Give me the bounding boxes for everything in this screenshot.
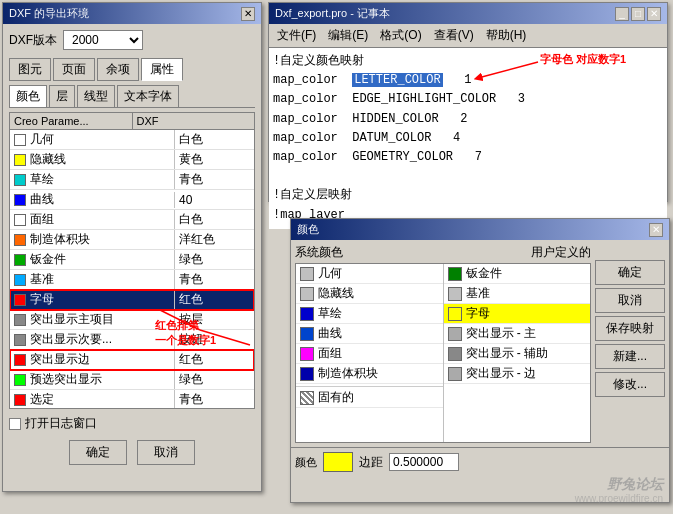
swatch-icon xyxy=(448,327,462,341)
table-row[interactable]: 曲线 40 xyxy=(10,190,254,210)
cancel-button[interactable]: 取消 xyxy=(137,440,195,465)
notepad-close[interactable]: ✕ xyxy=(647,7,661,21)
color-mapping-table[interactable]: 几何 白色 隐藏线 黄色 草绘 青色 曲线 40 面组 白色 xyxy=(9,129,255,409)
swatch-icon xyxy=(14,234,26,246)
swatch-icon xyxy=(300,367,314,381)
color-save-button[interactable]: 保存映射 xyxy=(595,316,665,341)
table-row[interactable]: 基准 青色 xyxy=(10,270,254,290)
menu-edit[interactable]: 编辑(E) xyxy=(324,26,372,45)
color-row-quxian[interactable]: 曲线 xyxy=(296,324,443,344)
color-row-zhizao[interactable]: 制造体积块 xyxy=(296,364,443,384)
swatch-icon xyxy=(14,254,26,266)
swatch-icon xyxy=(14,334,26,346)
swatch-icon xyxy=(448,267,462,281)
color-dialog-close[interactable]: ✕ xyxy=(649,223,663,237)
color-row-yincang[interactable]: 隐藏线 xyxy=(296,284,443,304)
table-row[interactable]: 几何 白色 xyxy=(10,130,254,150)
notepad-menubar: 文件(F) 编辑(E) 格式(O) 查看(V) 帮助(H) xyxy=(269,24,667,48)
menu-format[interactable]: 格式(O) xyxy=(376,26,425,45)
swatch-icon xyxy=(14,154,26,166)
color-lists: 系统颜色 用户定义的 几何 隐藏线 草绘 xyxy=(295,244,591,443)
notepad-titlebar: Dxf_export.pro - 记事本 _ □ ✕ xyxy=(269,3,667,24)
color-row-caohui[interactable]: 草绘 xyxy=(296,304,443,324)
color-row-banjin[interactable]: 钣金件 xyxy=(444,264,591,284)
log-checkbox[interactable] xyxy=(9,418,21,430)
swatch-icon xyxy=(14,314,26,326)
color-preview-swatch xyxy=(323,452,353,472)
swatch-icon xyxy=(14,214,26,226)
swatch-icon xyxy=(14,194,26,206)
color-row-tuzhu-zhu[interactable]: 突出显示 - 主 xyxy=(444,324,591,344)
table-row[interactable]: 制造体积块 洋红色 xyxy=(10,230,254,250)
swatch-icon xyxy=(14,354,26,366)
code-line: map_color EDGE_HIGHLIGHT_COLOR 3 xyxy=(273,90,663,109)
tab-tuyuan[interactable]: 图元 xyxy=(9,58,51,81)
notepad-minimize[interactable]: _ xyxy=(615,7,629,21)
hatch-swatch xyxy=(300,391,314,405)
swatch-icon xyxy=(448,287,462,301)
color-cancel-button[interactable]: 取消 xyxy=(595,288,665,313)
code-line: !自定义层映射 xyxy=(273,186,663,205)
color-row-fixed[interactable]: 固有的 xyxy=(296,386,443,408)
swatch-icon xyxy=(300,347,314,361)
table-row-zimu[interactable]: 字母 红色 xyxy=(10,290,254,310)
table-row[interactable]: 预选突出显示 绿色 xyxy=(10,370,254,390)
table-row-highlight[interactable]: 突出显示边 红色 xyxy=(10,350,254,370)
table-row[interactable]: 突出显示次要... 按钮 xyxy=(10,330,254,350)
highlight-letter-color: LETTER_COLOR xyxy=(352,73,442,87)
color-table-left: 几何 隐藏线 草绘 曲线 xyxy=(296,264,443,442)
swatch-icon xyxy=(300,307,314,321)
color-new-button[interactable]: 新建... xyxy=(595,344,665,369)
color-table[interactable]: 几何 隐藏线 草绘 曲线 xyxy=(295,263,591,443)
swatch-icon xyxy=(300,287,314,301)
subtab-font[interactable]: 文本字体 xyxy=(117,85,179,107)
ok-button[interactable]: 确定 xyxy=(69,440,127,465)
color-row-mianju[interactable]: 面组 xyxy=(296,344,443,364)
color-row-jihe[interactable]: 几何 xyxy=(296,264,443,284)
tab-yuxiang[interactable]: 余项 xyxy=(97,58,139,81)
swatch-icon xyxy=(448,307,462,321)
table-row[interactable]: 钣金件 绿色 xyxy=(10,250,254,270)
color-ok-button[interactable]: 确定 xyxy=(595,260,665,285)
swatch-icon xyxy=(300,327,314,341)
col-header-creo: Creo Parame... xyxy=(10,113,133,129)
table-header: Creo Parame... DXF xyxy=(9,112,255,129)
col-header-dxf: DXF xyxy=(133,113,255,129)
color-bottom: 颜色 边距 xyxy=(291,447,669,476)
color-edit-button[interactable]: 修改... xyxy=(595,372,665,397)
version-label: DXF版本 xyxy=(9,32,57,49)
color-row-tuzhu-fuzu[interactable]: 突出显示 - 辅助 xyxy=(444,344,591,364)
menu-help[interactable]: 帮助(H) xyxy=(482,26,531,45)
swatch-icon xyxy=(300,267,314,281)
subtab-color[interactable]: 颜色 xyxy=(9,85,47,107)
swatch-icon xyxy=(14,394,26,406)
tab-yemian[interactable]: 页面 xyxy=(53,58,95,81)
table-row[interactable]: 选定 青色 xyxy=(10,390,254,409)
version-select[interactable]: 2000 xyxy=(63,30,143,50)
table-row[interactable]: 面组 白色 xyxy=(10,210,254,230)
color-dialog-title-text: 颜色 xyxy=(297,222,319,237)
swatch-icon xyxy=(14,274,26,286)
color-row-tuzhu-bian[interactable]: 突出显示 - 边 xyxy=(444,364,591,384)
main-tabs: 图元 页面 余项 属性 xyxy=(9,58,255,81)
tab-shuxing[interactable]: 属性 xyxy=(141,58,183,81)
dxf-dialog-close[interactable]: ✕ xyxy=(241,7,255,21)
color-row-zimu[interactable]: 字母 xyxy=(444,304,591,324)
subtab-linetype[interactable]: 线型 xyxy=(77,85,115,107)
swatch-icon xyxy=(14,374,26,386)
notepad-maximize[interactable]: □ xyxy=(631,7,645,21)
table-row[interactable]: 隐藏线 黄色 xyxy=(10,150,254,170)
table-row[interactable]: 突出显示主项目 按层 xyxy=(10,310,254,330)
code-line xyxy=(273,167,663,186)
color-row-jichun[interactable]: 基准 xyxy=(444,284,591,304)
color-preview-label: 颜色 xyxy=(295,455,317,470)
log-label: 打开日志窗口 xyxy=(25,415,97,432)
annotation-letter-color: 字母色 对应数字1 xyxy=(540,52,626,67)
menu-file[interactable]: 文件(F) xyxy=(273,26,320,45)
menu-view[interactable]: 查看(V) xyxy=(430,26,478,45)
watermark-url: www.proewildfire.cn xyxy=(575,493,663,504)
table-row[interactable]: 草绘 青色 xyxy=(10,170,254,190)
border-input[interactable] xyxy=(389,453,459,471)
subtab-layer[interactable]: 层 xyxy=(49,85,75,107)
notepad-title: Dxf_export.pro - 记事本 xyxy=(275,6,390,21)
